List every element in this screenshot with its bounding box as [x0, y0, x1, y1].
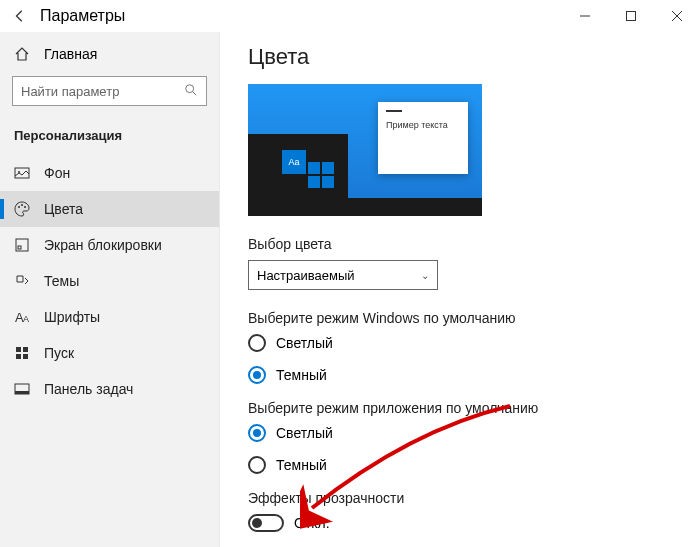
preview-window-bar	[386, 110, 402, 112]
search-placeholder: Найти параметр	[21, 84, 119, 99]
window-controls	[562, 0, 700, 32]
svg-point-9	[21, 204, 23, 206]
preview-tile	[308, 176, 320, 188]
minimize-icon	[580, 11, 590, 21]
radio-icon	[248, 334, 266, 352]
close-button[interactable]	[654, 0, 700, 32]
sidebar-item-fonts[interactable]: AA Шрифты	[0, 299, 219, 335]
sidebar-item-label: Экран блокировки	[44, 237, 162, 253]
windows-mode-dark-radio[interactable]: Темный	[248, 366, 672, 384]
sidebar-item-label: Шрифты	[44, 309, 100, 325]
preview-taskbar	[248, 198, 482, 216]
maximize-icon	[626, 11, 636, 21]
back-button[interactable]	[8, 4, 32, 28]
toggle-switch-icon	[248, 514, 284, 532]
picture-icon	[14, 165, 30, 181]
minimize-button[interactable]	[562, 0, 608, 32]
svg-point-10	[24, 206, 26, 208]
page-title: Цвета	[248, 44, 672, 70]
radio-label: Светлый	[276, 335, 333, 351]
windows-mode-light-radio[interactable]: Светлый	[248, 334, 672, 352]
preview-tile	[308, 162, 320, 174]
preview-tile	[322, 162, 334, 174]
svg-rect-12	[18, 246, 21, 249]
svg-point-8	[18, 206, 20, 208]
preview-tile: Aa	[282, 150, 306, 174]
home-link[interactable]: Главная	[0, 36, 219, 68]
sidebar-item-label: Фон	[44, 165, 70, 181]
themes-icon	[14, 273, 30, 289]
maximize-button[interactable]	[608, 0, 654, 32]
windows-mode-heading: Выберите режим Windows по умолчанию	[248, 310, 672, 326]
taskbar-icon	[14, 381, 30, 397]
transparency-heading: Эффекты прозрачности	[248, 490, 672, 506]
svg-point-4	[186, 84, 194, 92]
sidebar-item-label: Пуск	[44, 345, 74, 361]
chevron-down-icon: ⌄	[421, 270, 429, 281]
lockscreen-icon	[14, 237, 30, 253]
svg-line-5	[193, 91, 197, 95]
radio-label: Темный	[276, 367, 327, 383]
preview-sample-text: Пример текста	[386, 120, 460, 130]
preview-window: Пример текста	[378, 102, 468, 174]
app-mode-light-radio[interactable]: Светлый	[248, 424, 672, 442]
svg-text:A: A	[23, 314, 29, 324]
window-title: Параметры	[40, 7, 125, 25]
color-mode-heading: Выбор цвета	[248, 236, 672, 252]
sidebar-item-colors[interactable]: Цвета	[0, 191, 219, 227]
radio-label: Светлый	[276, 425, 333, 441]
color-preview: Aa Пример текста	[248, 84, 482, 216]
search-input[interactable]: Найти параметр	[12, 76, 207, 106]
sidebar-item-taskbar[interactable]: Панель задач	[0, 371, 219, 407]
app-mode-heading: Выберите режим приложения по умолчанию	[248, 400, 672, 416]
toggle-state: Откл.	[294, 515, 330, 531]
arrow-left-icon	[13, 9, 27, 23]
svg-rect-20	[15, 391, 29, 394]
main-area: Главная Найти параметр Персонализация Фо…	[0, 32, 700, 547]
content: Цвета Aa Пример текста Выбор цвета Настр…	[220, 32, 700, 547]
radio-icon	[248, 424, 266, 442]
app-mode-dark-radio[interactable]: Темный	[248, 456, 672, 474]
home-label: Главная	[44, 46, 97, 62]
fonts-icon: AA	[14, 309, 30, 325]
dropdown-value: Настраиваемый	[257, 268, 355, 283]
svg-rect-1	[627, 12, 636, 21]
search-icon	[184, 83, 198, 100]
sidebar-item-label: Темы	[44, 273, 79, 289]
sidebar-item-label: Цвета	[44, 201, 83, 217]
radio-icon	[248, 456, 266, 474]
transparency-toggle[interactable]: Откл.	[248, 514, 672, 532]
preview-tile	[322, 176, 334, 188]
svg-rect-17	[16, 354, 21, 359]
radio-icon	[248, 366, 266, 384]
titlebar: Параметры	[0, 0, 700, 32]
start-icon	[14, 345, 30, 361]
svg-rect-16	[23, 347, 28, 352]
sidebar-item-lockscreen[interactable]: Экран блокировки	[0, 227, 219, 263]
sidebar-item-label: Панель задач	[44, 381, 133, 397]
svg-rect-15	[16, 347, 21, 352]
radio-label: Темный	[276, 457, 327, 473]
color-mode-dropdown[interactable]: Настраиваемый ⌄	[248, 260, 438, 290]
home-icon	[14, 46, 30, 62]
close-icon	[672, 11, 682, 21]
svg-rect-6	[15, 168, 29, 178]
sidebar-item-background[interactable]: Фон	[0, 155, 219, 191]
sidebar-item-themes[interactable]: Темы	[0, 263, 219, 299]
sidebar: Главная Найти параметр Персонализация Фо…	[0, 32, 220, 547]
sidebar-item-start[interactable]: Пуск	[0, 335, 219, 371]
svg-rect-18	[23, 354, 28, 359]
palette-icon	[14, 201, 30, 217]
section-title: Персонализация	[0, 122, 219, 155]
